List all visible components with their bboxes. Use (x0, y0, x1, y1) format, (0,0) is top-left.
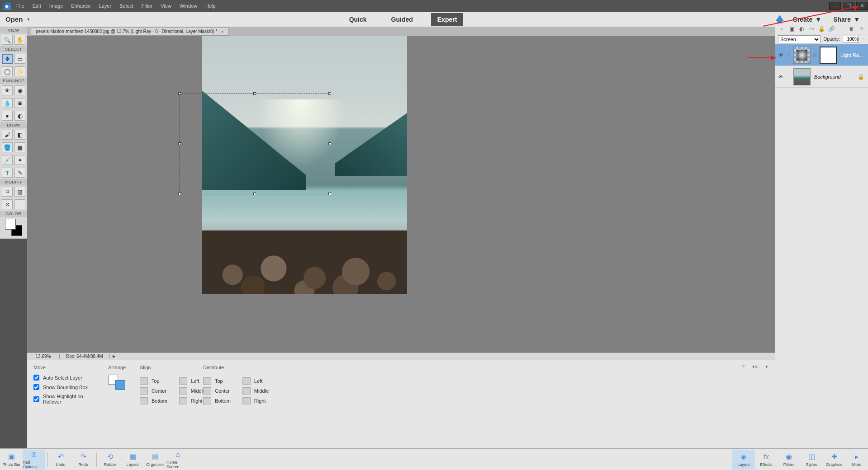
align-hcenter-icon[interactable] (179, 387, 187, 395)
dist-vcenter-icon[interactable] (203, 387, 211, 395)
sponge-tool-icon[interactable]: ◐ (14, 111, 25, 121)
text-tool-icon[interactable]: T (2, 168, 13, 178)
gradient-tool-icon[interactable]: ▦ (14, 142, 25, 152)
menu-file[interactable]: File (16, 3, 24, 9)
handle-bot-right[interactable] (328, 193, 331, 195)
mask-link-icon[interactable]: ⛓ (812, 52, 818, 57)
smart-brush-tool-icon[interactable]: 💧 (2, 98, 13, 108)
menu-layer[interactable]: Layer (99, 3, 112, 9)
dist-left-icon[interactable] (242, 377, 251, 385)
filters-panel-button[interactable]: ◉Filters (778, 450, 800, 470)
status-menu-icon[interactable]: ▶ (113, 354, 115, 358)
more-panel-button[interactable]: ▸More (845, 450, 868, 470)
new-layer-icon[interactable]: ▫ (778, 26, 785, 33)
layer-row-background[interactable]: 👁 Background 🔒 (775, 66, 868, 88)
graphics-panel-button[interactable]: ✚Graphics (823, 450, 845, 470)
zoom-level[interactable]: 13.69% (27, 354, 60, 359)
highlight-checkbox[interactable]: Show Highlight on Rollover (33, 394, 95, 404)
organizer-button[interactable]: ▤Organizer (144, 450, 166, 470)
fill-tool-icon[interactable]: 🪣 (2, 142, 13, 152)
minimize-button[interactable]: — (829, 2, 841, 10)
menu-view[interactable]: View (161, 3, 171, 9)
redeye-tool-icon[interactable]: 👁 (2, 85, 13, 95)
menu-edit[interactable]: Edit (33, 3, 41, 9)
styles-panel-button[interactable]: ◫Styles (800, 450, 823, 470)
effects-panel-button[interactable]: fxEffects (755, 450, 778, 470)
handle-top-right[interactable] (328, 92, 331, 95)
help-icon[interactable]: ? (740, 364, 747, 371)
pencil-tool-icon[interactable]: ✎ (14, 168, 25, 178)
doc-size[interactable]: Doc: 64.4M/88.4M (60, 354, 110, 359)
layer-row-light-ray[interactable]: 👁 𝄞 ⛓ Light Ra... (775, 44, 868, 66)
mode-guided[interactable]: Guided (385, 13, 419, 26)
close-button[interactable]: ✕ (856, 2, 868, 10)
clone-tool-icon[interactable]: ▣ (14, 98, 25, 108)
menu-select[interactable]: Select (119, 3, 133, 9)
zoom-tool-icon[interactable]: 🔍 (2, 35, 13, 45)
auto-select-checkbox[interactable]: Auto Select Layer (33, 375, 95, 381)
link-layers-icon[interactable]: 🔗 (828, 26, 835, 33)
arrange-order-button[interactable] (108, 375, 125, 390)
mask-icon[interactable]: ▭ (808, 26, 815, 33)
transform-bounding-box[interactable] (179, 93, 330, 194)
layers-panel-button[interactable]: ◈Layers (732, 450, 755, 470)
adjustment-layer-icon[interactable]: ◐ (798, 26, 805, 33)
lasso-tool-icon[interactable]: ◯ (2, 66, 13, 76)
handle-bot-mid[interactable] (253, 193, 256, 195)
align-vcenter-icon[interactable] (140, 387, 148, 395)
layer-name[interactable]: Light Ra... (840, 52, 863, 58)
photo-bin-button[interactable]: ▣Photo Bin (0, 450, 23, 470)
handle-top-left[interactable] (178, 92, 181, 95)
opacity-dropdown-icon[interactable]: ▼ (862, 37, 865, 41)
home-button[interactable]: ⌂Home Screen (166, 450, 189, 470)
canvas-area[interactable] (27, 36, 775, 352)
layer-name[interactable]: Background (814, 74, 841, 80)
menu-image[interactable]: Image (49, 3, 63, 9)
create-button[interactable]: Create▼ (793, 16, 821, 23)
shape-tool-icon[interactable]: ✦ (14, 155, 25, 165)
menu-window[interactable]: Window (180, 3, 197, 9)
document-tab[interactable]: pexels-Marlon-martinez-1450082.jpg @ 13.… (31, 28, 229, 36)
eraser-tool-icon[interactable]: ◧ (14, 130, 25, 140)
handle-mid-right[interactable] (328, 142, 331, 145)
open-button[interactable]: Open ▼ (5, 15, 30, 23)
handle-bot-left[interactable] (178, 193, 181, 195)
blur-tool-icon[interactable]: ● (2, 111, 13, 121)
spot-heal-tool-icon[interactable]: ◉ (14, 85, 25, 95)
mode-expert[interactable]: Expert (431, 13, 464, 26)
foreground-color-swatch[interactable] (5, 219, 16, 230)
brush-tool-icon[interactable]: 🖌 (2, 130, 13, 140)
delete-layer-icon[interactable]: 🗑 (848, 26, 855, 33)
collapse-icon[interactable]: ▾ (763, 364, 770, 371)
hand-tool-icon[interactable]: ✋ (14, 35, 25, 45)
handle-top-mid[interactable] (253, 92, 256, 95)
notification-bell-icon[interactable] (776, 15, 784, 24)
recompose-tool-icon[interactable]: ▨ (14, 187, 25, 197)
dist-hcenter-icon[interactable] (242, 387, 251, 395)
close-tab-icon[interactable]: × (221, 29, 223, 34)
align-bottom-icon[interactable] (140, 397, 148, 404)
visibility-toggle-icon[interactable]: 👁 (777, 74, 784, 80)
layer-thumbnail[interactable] (793, 47, 811, 64)
menu-help[interactable]: Help (205, 3, 216, 9)
bounding-box-checkbox[interactable]: Show Bounding Box (33, 384, 95, 390)
mode-quick[interactable]: Quick (343, 13, 373, 26)
menu-enhance[interactable]: Enhance (71, 3, 90, 9)
move-tool-icon[interactable]: ✥ (2, 54, 13, 64)
layout-button[interactable]: ▦Layout (121, 450, 144, 470)
lock-icon[interactable]: 🔒 (818, 26, 825, 33)
dist-top-icon[interactable] (203, 377, 211, 385)
redo-button[interactable]: ↷Redo (72, 450, 95, 470)
tool-options-button[interactable]: ⎚Tool Options (23, 450, 45, 470)
color-swatches[interactable] (5, 219, 22, 236)
content-move-tool-icon[interactable]: ⤭ (2, 199, 13, 209)
menu-filter[interactable]: Filter (142, 3, 152, 9)
share-button[interactable]: Share▼ (833, 16, 860, 23)
straighten-tool-icon[interactable]: — (14, 199, 25, 209)
crop-tool-icon[interactable]: ⌗ (2, 187, 13, 197)
handle-mid-left[interactable] (178, 142, 181, 145)
opacity-input[interactable] (843, 36, 859, 43)
layer-thumbnail[interactable] (793, 68, 811, 85)
panel-menu-icon[interactable]: ≡ (858, 26, 865, 33)
dist-bottom-icon[interactable] (203, 397, 211, 404)
